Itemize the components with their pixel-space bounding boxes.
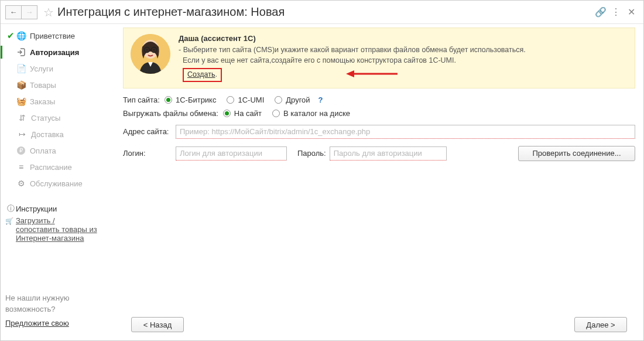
sidebar-item-schedule[interactable]: ≡ Расписание <box>1 159 115 175</box>
assistant-name: Даша (ассистент 1С) <box>179 34 628 43</box>
svg-point-5 <box>146 49 148 51</box>
close-icon[interactable]: ✕ <box>624 6 639 18</box>
window-title: Интеграция с интернет-магазином: Новая <box>57 5 285 19</box>
sidebar-instructions-link[interactable]: ⓘ Инструкции <box>5 203 110 214</box>
sidebar-load-match-link[interactable]: Загрузить / сопоставить товары из Интерн… <box>16 216 97 243</box>
check-icon: ✔ <box>5 30 16 41</box>
info-icon: ⓘ <box>5 203 16 214</box>
favorite-star-icon[interactable]: ☆ <box>43 5 54 19</box>
sidebar-item-goods[interactable]: 📦 Товары <box>1 77 115 93</box>
back-button[interactable]: < Назад <box>131 317 184 332</box>
services-icon: 📄 <box>16 64 26 73</box>
sidebar-item-delivery[interactable]: ↦ Доставка <box>1 126 115 142</box>
sidebar-item-statuses[interactable]: ⇵ Статусы <box>1 110 115 126</box>
assistant-panel: Даша (ассистент 1С) - Выберите тип сайта… <box>123 28 635 88</box>
assistant-avatar <box>131 34 170 74</box>
cart-icon: 🛒 <box>5 217 13 225</box>
gear-icon: ⚙ <box>16 179 26 188</box>
assistant-line2: Если у вас еще нет сайта,создайте его с … <box>179 56 628 66</box>
schedule-icon: ≡ <box>16 162 26 172</box>
login-label: Логин: <box>123 149 176 158</box>
sidebar-item-payment[interactable]: ₽ Оплата <box>1 142 115 159</box>
assistant-create-link[interactable]: Создать <box>187 70 215 79</box>
sidebar-item-welcome[interactable]: ✔ 🌐 Приветствие <box>1 28 115 44</box>
address-label: Адрес сайта: <box>123 127 176 136</box>
next-button[interactable]: Далее > <box>574 317 627 332</box>
password-input[interactable] <box>330 146 447 161</box>
sidebar-item-orders[interactable]: 🧺 Заказы <box>1 93 115 110</box>
svg-marker-8 <box>346 70 354 77</box>
site-type-radio-other[interactable]: Другой <box>275 96 310 104</box>
site-type-radio-umi[interactable]: 1C-UMI <box>227 96 264 104</box>
address-input[interactable] <box>176 125 635 139</box>
box-icon: 📦 <box>16 80 26 90</box>
site-type-label: Тип сайта: <box>123 96 160 104</box>
sidebar-not-found-text: Не нашли нужную возможность? <box>5 293 110 314</box>
link-icon[interactable]: 🔗 <box>593 6 608 18</box>
login-icon <box>16 47 26 57</box>
site-type-help-icon[interactable]: ? <box>318 96 323 104</box>
sidebar-item-services[interactable]: 📄 Услуги <box>1 60 115 77</box>
sidebar-item-authorization[interactable]: Авторизация <box>1 44 115 60</box>
delivery-icon: ↦ <box>17 129 28 139</box>
upload-label: Выгружать файлы обмена: <box>123 109 218 118</box>
login-input[interactable] <box>176 146 287 161</box>
sidebar-suggest-link[interactable]: Предложите свою <box>5 318 69 329</box>
site-type-radio-bitrix[interactable]: 1С-Битрикс <box>165 96 217 104</box>
ruble-icon: ₽ <box>17 146 25 155</box>
more-menu-icon[interactable]: ⋮ <box>608 6 624 18</box>
sidebar-item-maintenance[interactable]: ⚙ Обслуживание <box>1 175 115 192</box>
annotation-arrow-icon <box>346 69 399 79</box>
password-label: Пароль: <box>297 149 326 158</box>
upload-radio-disk[interactable]: В каталог на диске <box>272 109 350 118</box>
nav-forward-button[interactable]: → <box>21 5 37 19</box>
basket-icon: 🧺 <box>16 97 26 106</box>
svg-point-6 <box>153 49 155 51</box>
check-connection-button[interactable]: Проверить соединение... <box>518 146 635 161</box>
nav-back-button[interactable]: ← <box>5 5 22 19</box>
globe-icon: 🌐 <box>16 31 26 40</box>
upload-radio-site[interactable]: На сайт <box>223 109 262 118</box>
assistant-line1: - Выберите тип сайта (CMS)и укажите како… <box>179 45 628 56</box>
status-icon: ⇵ <box>17 113 28 122</box>
